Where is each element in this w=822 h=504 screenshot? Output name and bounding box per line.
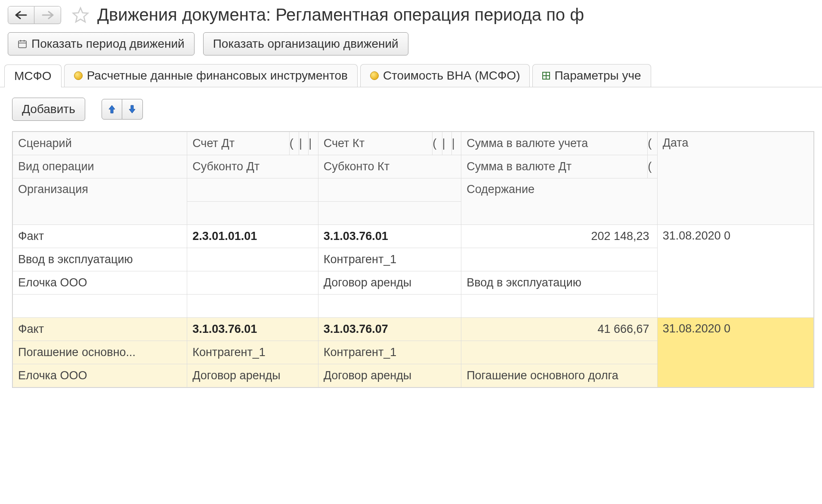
move-down-button[interactable] [122,99,143,120]
col-date[interactable]: Дата [657,132,813,225]
tab-label: Параметры уче [554,69,641,83]
cell-subkonto-kt[interactable]: Контрагент_1 [318,248,461,271]
col-account-dt[interactable]: Счет Дт [187,132,290,155]
col-subkonto-dt[interactable]: Субконто Дт [187,155,318,178]
svg-rect-0 [19,41,26,48]
calendar-icon [18,39,27,49]
cell-subkonto-dt[interactable]: Контрагент_1 [187,341,318,364]
page-title: Движения документа: Регламентная операци… [97,5,584,25]
cell-amount-dt[interactable] [461,248,657,271]
col-content[interactable]: Содержание [461,178,657,225]
cell-content[interactable]: Ввод в эксплуатацию [461,271,657,295]
cell-date[interactable]: 31.08.2020 0 [657,318,813,387]
coin-icon [74,71,83,80]
movements-table[interactable]: Сценарий Счет Дт (|| Счет Кт (|| Сумма в… [12,132,814,387]
col-subkonto-kt[interactable]: Субконто Кт [318,155,461,178]
tab-fin-instruments[interactable]: Расчетные данные финансовых инструментов [64,64,358,87]
coin-icon [370,71,379,80]
grid-icon [542,72,550,80]
cell-amount[interactable]: 202 148,23 [461,225,657,248]
show-org-button[interactable]: Показать организацию движений [203,32,408,55]
cell-subkonto-kt[interactable]: Контрагент_1 [318,341,461,364]
add-label: Добавить [22,102,75,116]
arrow-down-icon [128,104,136,114]
col-account-kt[interactable]: Счет Кт [318,132,432,155]
arrow-left-icon [15,11,27,19]
cell-sub2-kt[interactable]: Договор аренды [318,271,461,295]
cell-scenario[interactable]: Факт [13,318,187,341]
cell-account-dt[interactable]: 2.3.01.01.01 [187,225,318,248]
tab-msfo[interactable]: МСФО [4,65,62,87]
col-organization[interactable]: Организация [13,178,187,225]
tab-label: Стоимость ВНА (МСФО) [383,69,520,83]
arrow-right-icon [42,11,54,19]
add-button[interactable]: Добавить [12,98,85,121]
cell-op-type[interactable]: Ввод в эксплуатацию [13,248,187,271]
cell-op-type[interactable]: Погашение основно... [13,341,187,364]
col-amount[interactable]: Сумма в валюте учета [461,132,648,155]
show-org-label: Показать организацию движений [213,37,399,51]
cell-date[interactable]: 31.08.2020 0 [657,225,813,318]
favorite-star-icon[interactable] [71,6,90,24]
col-amount-dt[interactable]: Сумма в валюте Дт [461,155,648,178]
cell-org[interactable]: Елочка ООО [13,364,187,387]
cell-amount-dt[interactable] [461,341,657,364]
cell-account-kt[interactable]: 3.1.03.76.01 [318,225,461,248]
cell-org[interactable]: Елочка ООО [13,271,187,295]
move-up-button[interactable] [102,99,122,120]
tab-vna-cost[interactable]: Стоимость ВНА (МСФО) [360,64,530,87]
col-scenario[interactable]: Сценарий [13,132,187,155]
tab-label: Расчетные данные финансовых инструментов [87,69,348,83]
tab-accounting-params[interactable]: Параметры уче [532,64,651,87]
show-period-label: Показать период движений [31,37,185,51]
cell-content[interactable]: Погашение основного долга [461,364,657,387]
nav-back-button[interactable] [8,6,34,24]
cell-sub2-dt[interactable] [187,271,318,295]
cell-account-kt[interactable]: 3.1.03.76.07 [318,318,461,341]
tab-label: МСФО [14,69,52,83]
arrow-up-icon [108,104,116,114]
col-operation-type[interactable]: Вид операции [13,155,187,178]
cell-sub2-dt[interactable]: Договор аренды [187,364,318,387]
cell-account-dt[interactable]: 3.1.03.76.01 [187,318,318,341]
cell-subkonto-dt[interactable] [187,248,318,271]
nav-forward-button[interactable] [34,6,61,24]
show-period-button[interactable]: Показать период движений [8,32,195,55]
cell-scenario[interactable]: Факт [13,225,187,248]
cell-sub2-kt[interactable]: Договор аренды [318,364,461,387]
cell-amount[interactable]: 41 666,67 [461,318,657,341]
